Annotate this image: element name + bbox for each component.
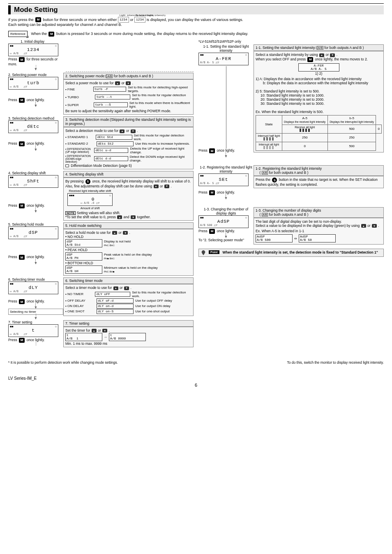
intensity-table: State A-5Displays the received light int… [256, 115, 382, 151]
document-page: Mode Setting If you press the M button f… [0, 0, 392, 396]
lcd-dly: ■■○ dLY ▭ A/B △▽ [8, 282, 58, 294]
step-1-2: 1-2. Registering the standard light inte… [198, 165, 384, 200]
step-7-label: 7. Timer setting [8, 320, 63, 324]
intro-block: If you press the M button for three seco… [8, 17, 384, 28]
lcd-diff-up: dEtc u-d [94, 148, 128, 153]
lcd-set: ■■○ SEt A/B A- 5 △▽ [198, 173, 249, 186]
book-icon [65, 164, 69, 167]
lcd-dete: ■■○ dEtc ▭ A/B △▽ [8, 120, 58, 133]
m-button-icon: M [48, 32, 54, 37]
up-icon: ▲ [361, 224, 366, 228]
table-row: Interrupt all light0500 [256, 142, 382, 150]
step-2-header: 2. Switching power mode:(A/B for both ou… [63, 73, 194, 79]
down-icon: ▼ [330, 53, 335, 57]
intro-line-2: Each setting can be adjusted separately … [8, 23, 384, 28]
m-button-icon: M [19, 57, 25, 62]
step-5-header: 5. Hold mode switching [63, 222, 194, 229]
step-1-1: 1-1. Setting the standard light intensit… [198, 44, 384, 158]
lcd-nohold: dSPA/B Std [65, 239, 102, 247]
m-button-icon: M [19, 98, 25, 103]
lcd-turbo: turb --t [95, 95, 130, 99]
step-6-label: 6. Selecting timer mode [8, 277, 63, 282]
shift-amount-label: Amount of shift [65, 207, 115, 210]
ab-icon: A/B [317, 46, 323, 50]
step-5-label: 5. Selecting hold mode [8, 222, 63, 226]
step-2: 2. Selecting power mode ■■○ turb ▭ A/B △… [8, 73, 194, 116]
step-1-3-header: 1-3. Changing the number of display digi… [254, 207, 384, 218]
step-3-body: Select a detection mode to use for ▲ or … [63, 127, 194, 169]
arrow-down-icon: │▼ [8, 208, 63, 213]
lcd-shift: ■■■○ 0 ▭ A/B -8 △▽ [67, 193, 113, 206]
arrow-down-icon: │▼ [198, 234, 254, 238]
step-5: 5. Selecting hold mode ■■○ dSP ▭ A/B △▽ … [8, 222, 194, 277]
arrow-down-icon: │▼ [8, 146, 63, 151]
step-1-3: 1-3. Changing the number of display digi… [198, 207, 384, 246]
step-4-header: 4. Switching display shift [63, 171, 194, 178]
lcd-adsp50: AdSPA/B 50 [299, 234, 336, 242]
m-button-icon: M [209, 148, 215, 153]
reference-row: Reference When the M button is pressed f… [8, 31, 384, 37]
pin-icon [201, 250, 205, 255]
down-icon: ▼ [372, 224, 377, 228]
down-icon: ▼ [131, 129, 136, 133]
lcd-std2: dEtc St2 [97, 141, 134, 146]
s-button-icon: S [85, 179, 90, 184]
lcd-diff-down: dEtc d-d [94, 156, 128, 161]
ab-icon: A/B [262, 171, 268, 175]
down-icon: ▼ [123, 231, 128, 235]
series-label: LV Series-IM_E [8, 376, 37, 381]
step-1-1-header: 1-1. Setting the standard light intensit… [254, 44, 384, 51]
lcd-t9999: tA/B 9999 [109, 333, 146, 341]
lcd-a5: A-FERA/B A- 5 [298, 63, 339, 72]
up-icon: ▲ [319, 53, 324, 57]
lcd-ondelay: dLY on-d [97, 304, 134, 309]
m-button-icon: M [19, 141, 25, 146]
arrow-down-icon: │▼ [8, 103, 63, 107]
m-button-icon: M [19, 338, 25, 343]
point-text: When the standard light intensity is set… [223, 250, 378, 254]
lcd-dsp: ■■○ dSP ▭ A/B △▽ [8, 226, 58, 239]
arrow-down-icon: │▼ [8, 260, 63, 264]
lcd-turb: ■■○ turb ▭ A/B △▽ [8, 77, 58, 90]
lcd-offdelay: dLY oF-d [97, 298, 134, 303]
lcd-adsp: ■■○ AdSP A/B 500 △▽ [198, 215, 249, 228]
arrow-lr-icon: ⇔ [294, 237, 297, 240]
m-button-icon: M [35, 17, 41, 22]
footnote-left: * It is possible to perform detection wo… [8, 360, 118, 365]
up-icon: ▲ [117, 215, 122, 219]
m-button-icon: M [19, 255, 25, 260]
ab-icon: A/B [262, 213, 268, 217]
arrow-down-icon: │▼ [198, 153, 254, 158]
arrow-lr-icon: ↔ [104, 335, 107, 339]
page-title: Mode Setting [14, 6, 58, 14]
dash-divider [66, 72, 194, 72]
up-icon: ▲ [120, 129, 125, 133]
wave-icon [300, 129, 310, 132]
lv-models-note: *LV-51M/52/51MP/52P only [198, 39, 384, 44]
m-button-icon: M [307, 57, 313, 62]
down-icon: ▼ [164, 185, 169, 188]
down-icon: ▼ [126, 81, 131, 85]
display-pointer-label: 1) 2) [315, 72, 322, 76]
lcd-adsp500: AdSPA/B 500 [256, 234, 293, 242]
arrow-down-icon: ┊ [8, 343, 63, 345]
step-1-3-body: The last digit of digital display can be… [254, 218, 384, 245]
up-icon: ▲ [112, 231, 117, 235]
shift-rli-label: Received light intensity after shift [65, 189, 115, 192]
wave-icon [263, 137, 274, 141]
step-6-body: Select a timer mode to use for ▲ or ▼ . … [63, 284, 194, 316]
lcd-t: ■■○ t ▭ A/B △▽ [8, 324, 58, 337]
step-1: 1. Initial display ■■○ 1234 ▭ A/B △▽ Pre… [8, 39, 194, 71]
step-2-foot: Be sure to adjust the sensitivity again … [65, 109, 191, 113]
m-button-icon: M [209, 190, 215, 195]
s-button-icon: S [272, 178, 277, 182]
right-column: *LV-51M/52/51MP/52P only 1-1. Setting th… [198, 39, 384, 349]
step-7: 7. Timer setting ■■○ t ▭ A/B △▽ Press M … [8, 320, 194, 348]
left-column: 1. Initial display ■■○ 1234 ▭ A/B △▽ Pre… [8, 39, 194, 349]
lcd-bottomhold: dSPA/B bH [65, 265, 102, 274]
lcd-peakhold: dSPA/B PH [65, 252, 102, 261]
page-number: 6 [8, 383, 384, 388]
up-icon: ▲ [113, 286, 118, 290]
up-icon: ▲ [92, 329, 97, 332]
seg-display-received: Received light intensity1234 [134, 17, 145, 23]
